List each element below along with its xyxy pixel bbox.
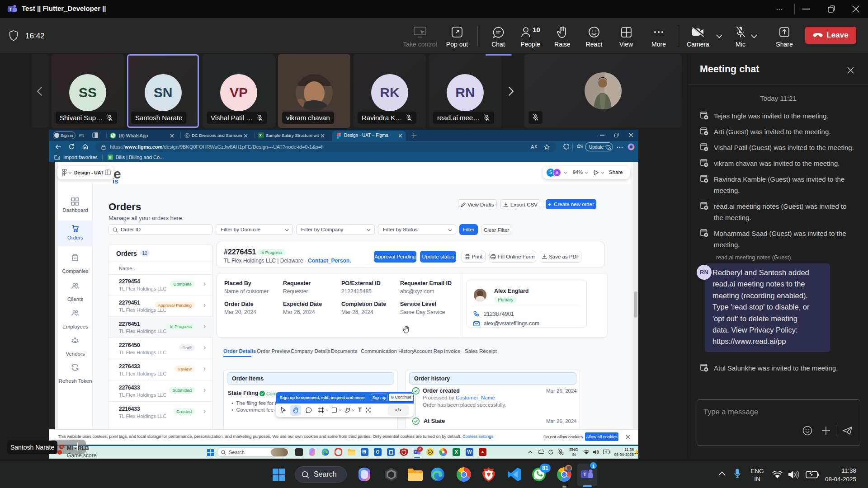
svg-text:3: 3 <box>61 445 63 449</box>
svg-text:T: T <box>583 472 586 477</box>
svg-text:T: T <box>9 7 12 12</box>
